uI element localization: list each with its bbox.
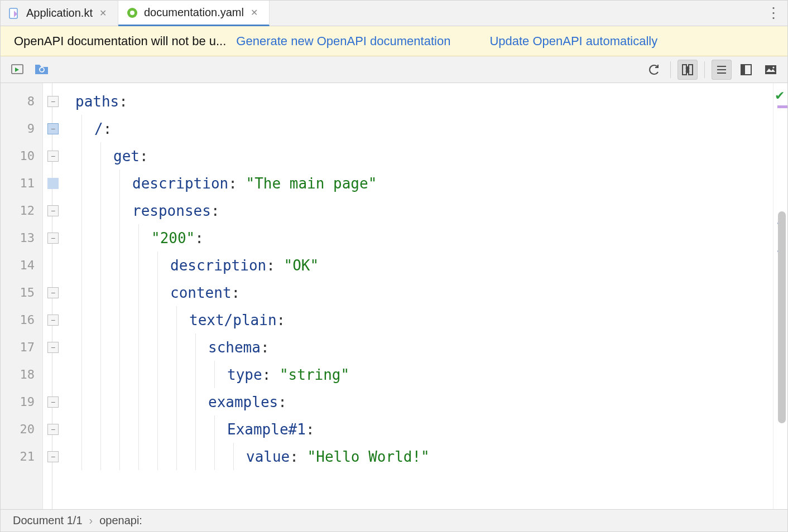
line-number: 20 — [1, 415, 42, 443]
banner-message: OpenAPI documentation will not be u... — [14, 34, 226, 49]
line-number: 10 — [1, 142, 42, 170]
fold-toggle[interactable]: − — [47, 205, 59, 216]
svg-rect-10 — [741, 65, 745, 75]
split-vertical-button[interactable] — [678, 60, 698, 80]
code-line[interactable]: text/plain: — [63, 306, 773, 333]
fold-toggle[interactable]: − — [47, 151, 59, 162]
toolbar-separator — [670, 61, 671, 78]
toolbar-separator — [704, 61, 705, 78]
line-number-gutter: 89101112131415161718192021 — [1, 83, 43, 509]
svg-point-2 — [130, 11, 134, 15]
line-number: 15 — [1, 279, 42, 306]
line-number: 13 — [1, 224, 42, 252]
notification-banner: OpenAPI documentation will not be u... G… — [1, 26, 787, 56]
fold-spacer — [47, 369, 59, 380]
fold-toggle[interactable]: − — [47, 96, 59, 107]
kotlin-file-icon — [8, 7, 21, 20]
inspection-mark — [777, 105, 787, 108]
tab-documentation-yaml[interactable]: documentation.yaml ✕ — [118, 1, 270, 26]
line-number: 21 — [1, 443, 42, 470]
fold-toggle[interactable]: − — [47, 123, 59, 134]
line-number: 18 — [1, 361, 42, 388]
check-icon: ✔ — [775, 89, 785, 103]
code-line[interactable]: responses: — [63, 197, 773, 224]
run-preview-button[interactable] — [7, 60, 27, 80]
code-line[interactable]: /: — [63, 115, 773, 142]
svg-rect-11 — [765, 65, 776, 74]
tab-bar: Application.kt ✕ documentation.yaml ✕ ⋮ — [1, 1, 787, 26]
tab-label: Application.kt — [26, 7, 93, 20]
svg-point-12 — [772, 66, 774, 68]
code-line[interactable]: examples: — [63, 388, 773, 415]
scrollbar-thumb[interactable] — [778, 211, 786, 423]
fold-spacer — [47, 260, 59, 271]
close-icon[interactable]: ✕ — [98, 8, 108, 18]
line-number: 11 — [1, 170, 42, 197]
fold-column: −−−−−−−−−−− — [43, 83, 63, 509]
refresh-button[interactable] — [643, 60, 664, 80]
fold-toggle[interactable]: − — [47, 287, 59, 298]
editor-toolbar — [1, 56, 787, 83]
code-line[interactable]: type: "string" — [63, 361, 773, 388]
line-number: 9 — [1, 115, 42, 142]
close-icon[interactable]: ✕ — [249, 7, 259, 18]
side-panel-button[interactable] — [736, 60, 756, 80]
code-line[interactable]: "200": — [63, 224, 773, 252]
fold-toggle[interactable]: − — [47, 233, 59, 244]
code-line[interactable]: get: — [63, 142, 773, 170]
code-line[interactable]: schema: — [63, 333, 773, 361]
more-tabs-button[interactable]: ⋮ — [761, 1, 787, 26]
code-line[interactable]: Example#1: — [63, 415, 773, 443]
openapi-file-icon — [126, 7, 138, 19]
code-editor[interactable]: 89101112131415161718192021 −−−−−−−−−−− p… — [1, 83, 787, 509]
svg-rect-4 — [683, 65, 686, 75]
code-line[interactable]: value: "Hello World!" — [63, 443, 773, 470]
fold-toggle[interactable]: − — [47, 342, 59, 353]
line-number: 19 — [1, 388, 42, 415]
tab-application-kt[interactable]: Application.kt ✕ — [1, 1, 118, 26]
line-number: 16 — [1, 306, 42, 333]
image-preview-button[interactable] — [761, 60, 781, 80]
fold-toggle[interactable]: − — [47, 451, 59, 462]
breadcrumb-path[interactable]: openapi: — [99, 514, 142, 527]
generate-openapi-link[interactable]: Generate new OpenAPI documentation — [236, 34, 450, 49]
code-line[interactable]: description: "OK" — [63, 252, 773, 279]
code-line[interactable]: content: — [63, 279, 773, 306]
line-number: 12 — [1, 197, 42, 224]
sync-folder-button[interactable] — [32, 60, 52, 80]
fold-toggle[interactable]: − — [47, 424, 59, 435]
line-number: 17 — [1, 333, 42, 361]
update-openapi-link[interactable]: Update OpenAPI automatically — [489, 34, 657, 49]
marker-strip[interactable]: ✔ — [773, 83, 787, 509]
code-line[interactable]: paths: — [63, 88, 773, 115]
code-line[interactable]: description: "The main page" — [63, 170, 773, 197]
fold-toggle[interactable]: − — [47, 396, 59, 408]
soft-wrap-button[interactable] — [712, 60, 732, 80]
tab-label: documentation.yaml — [144, 6, 244, 19]
line-number: 14 — [1, 252, 42, 279]
chevron-right-icon: › — [89, 514, 93, 527]
code-area[interactable]: paths:/:get:description: "The main page"… — [63, 83, 773, 509]
fold-toggle[interactable]: − — [47, 315, 59, 326]
line-number: 8 — [1, 88, 42, 115]
breadcrumb-bar: Document 1/1 › openapi: — [1, 509, 787, 531]
breadcrumb-doc[interactable]: Document 1/1 — [13, 514, 83, 527]
fold-spacer — [47, 178, 59, 189]
svg-rect-5 — [689, 65, 693, 75]
